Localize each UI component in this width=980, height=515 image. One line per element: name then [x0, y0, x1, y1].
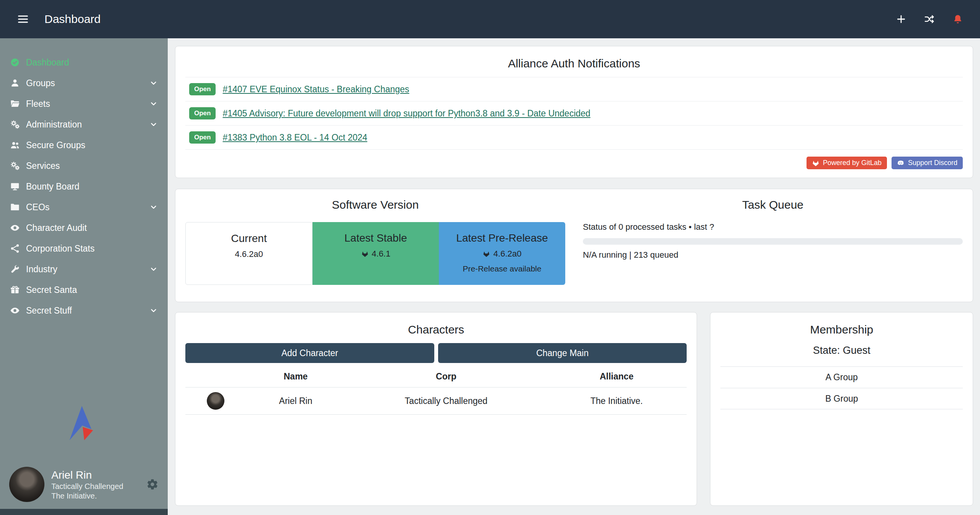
share-nodes-icon: [10, 244, 26, 253]
sidebar-footer-strip: [0, 509, 168, 515]
sidebar-item-bounty-board[interactable]: Bounty Board: [0, 176, 168, 197]
gitlab-badge-label: Powered by GitLab: [823, 159, 882, 167]
notification-link[interactable]: #1407 EVE Equinox Status - Breaking Chan…: [223, 84, 409, 95]
gitlab-tanuki-icon: [483, 250, 490, 258]
user-settings-button[interactable]: [146, 478, 159, 490]
eye-icon: [10, 306, 26, 316]
sidebar-item-fleets[interactable]: Fleets: [0, 93, 168, 114]
chevron-down-icon: [149, 100, 158, 108]
discord-icon: [897, 159, 905, 167]
sidebar-item-secret-santa[interactable]: Secret Santa: [0, 280, 168, 300]
version-label: Current: [190, 232, 308, 245]
portrait-column-header: [185, 366, 245, 387]
notification-row: Open #1407 EVE Equinox Status - Breaking…: [185, 77, 963, 101]
navbar-actions: [893, 11, 965, 27]
status-badge: Open: [189, 83, 216, 95]
membership-state: State: Guest: [720, 345, 963, 356]
sidebar-item-label: Industry: [26, 264, 149, 275]
version-label: Latest Pre-Release: [443, 232, 561, 244]
chevron-down-icon: [149, 120, 158, 129]
notification-link[interactable]: #1383 Python 3.8 EOL - 14 Oct 2024: [223, 132, 367, 143]
app-root: Dashboard Dashboard Groups: [0, 0, 980, 515]
sidebar-item-label: Bounty Board: [26, 181, 158, 192]
change-main-button[interactable]: Change Main: [438, 343, 687, 363]
characters-table: Name Corp Alliance Ariel Rin Tactically …: [185, 366, 687, 415]
alliance-column-header: Alliance: [546, 366, 687, 387]
sidebar-item-corporation-stats[interactable]: Corporation Stats: [0, 238, 168, 259]
name-column-header: Name: [245, 366, 346, 387]
sidebar-item-services[interactable]: Services: [0, 155, 168, 176]
user-card: Ariel Rin Tactically Challenged The Init…: [0, 461, 168, 509]
eye-icon: [10, 223, 26, 233]
version-current: Current 4.6.2a0: [185, 222, 312, 285]
add-button[interactable]: [893, 11, 909, 27]
corp-column-header: Corp: [346, 366, 546, 387]
status-badge: Open: [189, 107, 216, 119]
wrench-icon: [10, 264, 26, 274]
sidebar-item-groups[interactable]: Groups: [0, 73, 168, 93]
add-character-button[interactable]: Add Character: [185, 343, 434, 363]
gitlab-tanuki-icon: [812, 159, 820, 167]
notification-row: Open #1383 Python 3.8 EOL - 14 Oct 2024: [185, 126, 963, 150]
status-panel: Software Version Current 4.6.2a0 Latest …: [175, 189, 973, 302]
menu-toggle-button[interactable]: [15, 11, 31, 28]
random-character-button[interactable]: [922, 11, 937, 27]
folder-open-icon: [10, 99, 26, 109]
membership-panel: Membership State: Guest A Group B Group: [710, 312, 973, 506]
support-discord-badge[interactable]: Support Discord: [892, 157, 963, 169]
task-queue-section: Task Queue Status of 0 processed tasks •…: [583, 198, 963, 285]
task-queue-status: Status of 0 processed tasks • last ?: [583, 222, 963, 232]
powered-by-gitlab-badge[interactable]: Powered by GitLab: [807, 157, 887, 169]
sidebar-item-industry[interactable]: Industry: [0, 259, 168, 280]
sidebar: Dashboard Groups Fleets Administration: [0, 38, 168, 515]
status-badge: Open: [189, 131, 216, 144]
sidebar-item-secure-groups[interactable]: Secure Groups: [0, 135, 168, 155]
character-alliance: The Initiative.: [546, 387, 687, 415]
version-number: 4.6.2a0: [235, 249, 263, 259]
character-name: Ariel Rin: [245, 387, 346, 415]
sidebar-item-secret-stuff[interactable]: Secret Stuff: [0, 300, 168, 321]
sidebar-item-label: Secret Santa: [26, 285, 158, 295]
task-queue-counts: N/A running | 213 queued: [583, 250, 963, 260]
user-friends-icon: [10, 140, 26, 150]
chevron-down-icon: [149, 79, 158, 87]
gears-icon: [10, 161, 26, 171]
gear-icon: [146, 478, 159, 490]
sidebar-item-ceos[interactable]: CEOs: [0, 197, 168, 217]
sidebar-item-administration[interactable]: Administration: [0, 114, 168, 135]
character-corp: Tactically Challenged: [346, 387, 546, 415]
task-queue-progressbar: [583, 238, 963, 245]
check-circle-icon: [10, 57, 26, 67]
character-row: Ariel Rin Tactically Challenged The Init…: [185, 387, 687, 415]
gitlab-tanuki-icon: [361, 250, 369, 258]
notifications-bell-button[interactable]: [950, 11, 965, 27]
sidebar-item-label: Secret Stuff: [26, 306, 149, 316]
group-row: A Group: [720, 366, 963, 388]
sidebar-item-label: Groups: [26, 78, 149, 88]
character-portrait: [207, 392, 224, 410]
sidebar-item-label: Secure Groups: [26, 140, 158, 150]
sidebar-item-label: Administration: [26, 119, 149, 130]
sidebar-item-character-audit[interactable]: Character Audit: [0, 217, 168, 238]
gears-icon: [10, 119, 26, 129]
software-version-title: Software Version: [185, 198, 565, 211]
initiative-logo-icon: [64, 402, 104, 445]
version-number: 4.6.1: [372, 249, 391, 259]
version-label: Latest Stable: [316, 232, 435, 244]
bell-icon: [952, 14, 963, 25]
prerelease-note: Pre-Release available: [443, 264, 561, 273]
characters-title: Characters: [185, 323, 687, 336]
notifications-footer: Powered by GitLab Support Discord: [185, 157, 963, 169]
gift-icon: [10, 285, 26, 295]
sidebar-item-dashboard[interactable]: Dashboard: [0, 52, 168, 73]
user-corporation: Tactically Challenged: [51, 482, 123, 491]
plus-icon: [896, 14, 906, 25]
sidebar-item-label: Corporation Stats: [26, 244, 158, 254]
characters-actions: Add Character Change Main: [185, 343, 687, 363]
user-name: Ariel Rin: [51, 468, 123, 482]
characters-table-header-row: Name Corp Alliance: [185, 366, 687, 387]
notifications-list: Open #1407 EVE Equinox Status - Breaking…: [185, 77, 963, 150]
notification-link[interactable]: #1405 Advisory: Future development will …: [223, 108, 590, 119]
bottom-row: Characters Add Character Change Main Nam…: [175, 312, 973, 506]
chevron-down-icon: [149, 265, 158, 273]
